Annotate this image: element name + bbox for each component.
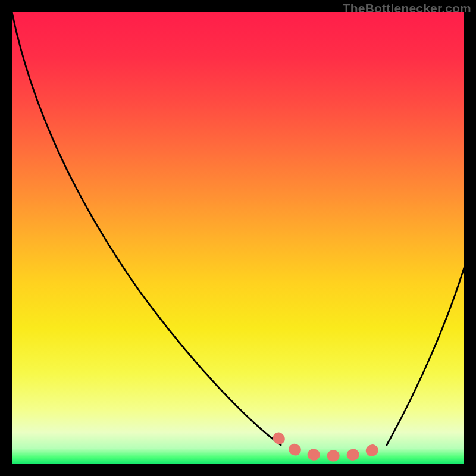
attribution-text: TheBottlenecker.com <box>343 1 471 15</box>
sweet-spot-dots <box>278 438 388 456</box>
chart-frame <box>12 12 464 464</box>
chart-curves <box>12 12 464 464</box>
bottleneck-curve-right <box>387 268 464 445</box>
bottleneck-curve-left <box>12 12 281 445</box>
